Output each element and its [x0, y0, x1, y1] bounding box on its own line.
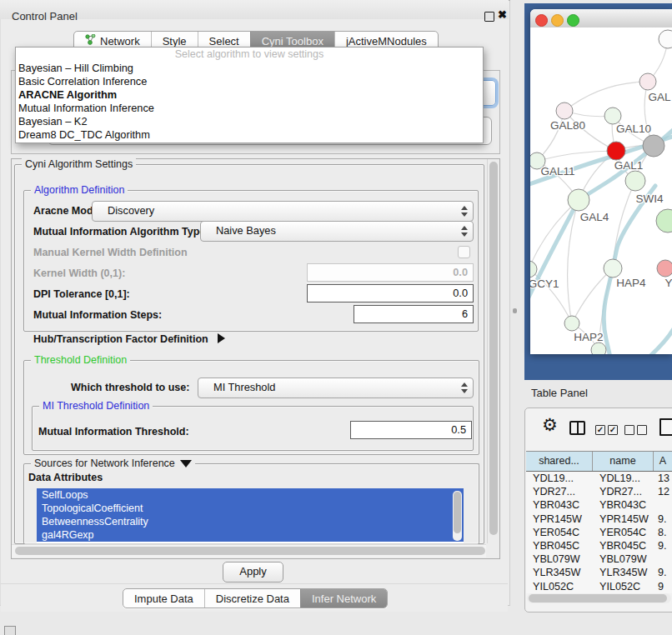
- settings-vertical-scrollbar[interactable]: [487, 159, 499, 543]
- tab-infer-network[interactable]: Infer Network: [300, 589, 387, 608]
- hidden-panel-grip-icon[interactable]: [4, 626, 16, 635]
- collapse-down-arrow-icon[interactable]: [180, 460, 192, 468]
- cyni-settings-title: Cyni Algorithm Settings: [22, 158, 136, 170]
- manual-kernel-checkbox[interactable]: [458, 246, 470, 258]
- scrollbar-thumb[interactable]: [454, 492, 461, 533]
- network-node-hap4[interactable]: [604, 259, 622, 278]
- node-label: GCY1: [530, 278, 559, 290]
- bottom-tabbar: Impute Data Discretize Data Infer Networ…: [123, 588, 388, 608]
- network-node-gal[interactable]: [639, 73, 656, 90]
- algorithm-option[interactable]: Bayesian – K2: [16, 115, 483, 128]
- float-panel-icon[interactable]: [484, 12, 494, 22]
- table-cell: 8.: [654, 526, 672, 539]
- column-header-name[interactable]: name: [593, 452, 654, 471]
- network-node-gal1[interactable]: [607, 142, 625, 160]
- tab-infer-network-label: Infer Network: [312, 592, 376, 605]
- hub-definition-expander[interactable]: Hub/Transcription Factor Definition: [33, 333, 225, 345]
- table-cell: 9.: [654, 566, 672, 579]
- table-cell: YIL052C: [593, 580, 654, 593]
- network-node-y[interactable]: [657, 260, 672, 277]
- network-node-hap2[interactable]: [564, 316, 579, 331]
- apply-button[interactable]: Apply: [223, 562, 283, 582]
- network-graph: GALGAL80GAL10GAL1GAL11SWI4GAL4GCY1HAP4YH…: [530, 28, 672, 354]
- table-row[interactable]: YIL052CYIL052C9: [526, 580, 672, 593]
- mi-steps-field[interactable]: 6: [354, 305, 474, 323]
- network-node-gal80[interactable]: [556, 102, 573, 119]
- settings-horizontal-scrollbar[interactable]: [12, 544, 486, 558]
- algorithm-option[interactable]: Mutual Information Inference: [16, 102, 483, 115]
- network-canvas[interactable]: GALGAL80GAL10GAL1GAL11SWI4GAL4GCY1HAP4YH…: [530, 28, 672, 354]
- stepper-icon: [461, 206, 467, 217]
- table-row[interactable]: YBR043CYBR043C: [526, 498, 672, 512]
- panel-splitter-handle[interactable]: [513, 308, 517, 313]
- network-node-swi4[interactable]: [656, 209, 672, 232]
- network-node[interactable]: [625, 171, 645, 191]
- table-cell: YER054C: [593, 526, 654, 539]
- export-table-icon[interactable]: [659, 418, 672, 436]
- tab-impute-data[interactable]: Impute Data: [123, 589, 204, 608]
- network-node-gal4[interactable]: [568, 189, 589, 211]
- table-header-row: shared... name A: [526, 452, 672, 472]
- tab-discretize-data[interactable]: Discretize Data: [204, 589, 300, 608]
- dpi-tolerance-field[interactable]: 0.0: [307, 284, 474, 302]
- mi-threshold-label: Mutual Information Threshold:: [38, 426, 189, 438]
- table-toolbar: ⚙ ✓ ✓: [525, 408, 672, 450]
- columns-icon[interactable]: [569, 421, 585, 435]
- mi-type-combo[interactable]: Naive Bayes: [200, 221, 474, 242]
- network-icon: [85, 34, 96, 48]
- table-cell: YDR27...: [526, 485, 593, 498]
- table-horizontal-scrollbar[interactable]: [527, 593, 671, 603]
- attribute-list-item[interactable]: TopologicalCoefficient: [37, 502, 464, 515]
- scrollbar-thumb[interactable]: [529, 594, 667, 602]
- column-header-cut[interactable]: A: [654, 452, 672, 471]
- table-body: YDL19...YDL19...13YDR27...YDR27...12YBR0…: [526, 472, 672, 593]
- scrollbar-thumb[interactable]: [489, 162, 498, 535]
- table-row[interactable]: YDL19...YDL19...13: [526, 472, 672, 485]
- attribute-list-item[interactable]: gal4RGexp: [37, 528, 464, 542]
- zoom-window-icon[interactable]: [567, 14, 579, 27]
- network-node-gal10[interactable]: [604, 108, 621, 124]
- table-row[interactable]: YBL079WYBL079W: [526, 552, 672, 566]
- network-edge-highlighted[interactable]: [530, 200, 579, 315]
- network-edge[interactable]: [564, 82, 648, 111]
- unchecked-checkbox-icon[interactable]: [624, 425, 634, 435]
- expand-right-arrow-icon: [218, 333, 225, 343]
- network-node[interactable]: [659, 30, 672, 48]
- network-edge-highlighted[interactable]: [637, 308, 672, 354]
- control-panel-titlebar: Control Panel: [0, 0, 509, 19]
- which-threshold-combo[interactable]: MI Threshold: [198, 378, 474, 398]
- table-row[interactable]: YDR27...YDR27...12: [526, 485, 672, 498]
- attributes-list-scrollbar[interactable]: [453, 491, 462, 541]
- aracne-mode-combo[interactable]: Discovery: [92, 201, 474, 222]
- table-cell: YIL052C: [526, 580, 593, 593]
- data-attributes-list[interactable]: SelfLoopsTopologicalCoefficientBetweenne…: [37, 488, 464, 543]
- table-row[interactable]: YBR045CYBR045C9.: [526, 539, 672, 552]
- close-window-icon[interactable]: [535, 14, 548, 27]
- manual-kernel-label: Manual Kernel Width Definition: [33, 247, 188, 258]
- column-header-shared-name[interactable]: shared...: [526, 452, 593, 471]
- gear-icon[interactable]: ⚙: [542, 415, 558, 435]
- algorithm-option[interactable]: ARACNE Algorithm: [16, 88, 483, 102]
- table-row[interactable]: YER054CYER054C8.: [526, 526, 672, 539]
- table-cell: YPR145W: [593, 512, 654, 526]
- attribute-list-item[interactable]: BetweennessCentrality: [37, 515, 464, 528]
- scrollbar-thumb[interactable]: [15, 547, 485, 555]
- checked-checkbox-icon[interactable]: ✓: [608, 425, 618, 435]
- network-node[interactable]: [591, 342, 606, 354]
- mi-type-label: Mutual Information Algorithm Type:: [33, 226, 208, 238]
- network-node[interactable]: [643, 135, 664, 157]
- algorithm-option[interactable]: Bayesian – Hill Climbing: [16, 62, 483, 75]
- attribute-list-item[interactable]: SelfLoops: [37, 488, 464, 502]
- algorithm-option[interactable]: Dream8 DC_TDC Algorithm: [16, 128, 483, 142]
- close-panel-icon[interactable]: ✖: [498, 8, 507, 21]
- checked-checkbox-icon[interactable]: ✓: [595, 425, 605, 435]
- network-window-titlebar[interactable]: [530, 9, 672, 28]
- table-row[interactable]: YPR145WYPR145W9.: [526, 512, 672, 526]
- mi-threshold-field[interactable]: 0.5: [350, 421, 472, 439]
- table-row[interactable]: YLR345WYLR345W9.: [526, 566, 672, 579]
- minimize-window-icon[interactable]: [551, 14, 564, 27]
- unchecked-checkbox-icon[interactable]: [637, 425, 647, 435]
- kernel-width-field[interactable]: 0.0: [307, 263, 474, 282]
- algorithm-option[interactable]: Basic Correlation Inference: [16, 75, 483, 88]
- dropdown-prompt: Select algorithm to view settings: [16, 48, 483, 62]
